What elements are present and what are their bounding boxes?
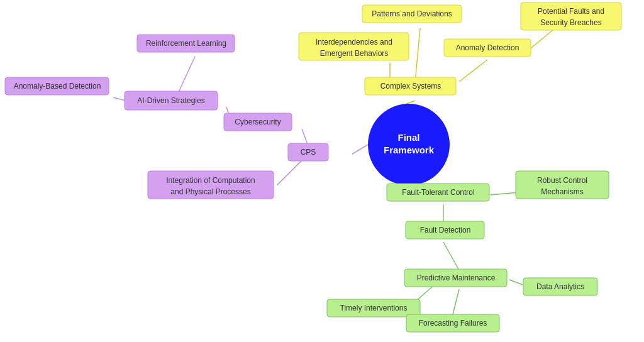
label-cps: CPS bbox=[301, 148, 316, 157]
label-robustcontrol1: Robust Control bbox=[537, 176, 587, 185]
label-cybersecurity: Cybersecurity bbox=[235, 118, 280, 126]
connection-complexsystems-patterns bbox=[415, 28, 420, 82]
label-potentialfaults1: Potential Faults and bbox=[538, 7, 604, 16]
label-faultdetection: Fault Detection bbox=[420, 226, 471, 234]
label-integration1: Integration of Computation bbox=[166, 176, 255, 185]
label-patterns: Patterns and Deviations bbox=[372, 9, 452, 18]
connection-center-cps bbox=[352, 145, 368, 154]
label-dataanalytics: Data Analytics bbox=[536, 282, 584, 291]
label-interdep2: Emergent Behaviors bbox=[320, 49, 389, 58]
label-reinforcement: Reinforcement Learning bbox=[146, 39, 226, 48]
label-aidriven: AI-Driven Strategies bbox=[137, 96, 204, 105]
label-robustcontrol2: Mechanisms bbox=[541, 187, 583, 196]
label-integration2: and Physical Processes bbox=[170, 187, 250, 196]
label-potentialfaults2: Security Breaches bbox=[540, 18, 601, 27]
mindmap-diagram: Final Framework CPS Cybersecurity AI-Dri… bbox=[0, 0, 644, 342]
label-timely: Timely Interventions bbox=[340, 304, 408, 312]
center-label: Final bbox=[397, 132, 419, 143]
label-anomalydet: Anomaly Detection bbox=[456, 43, 519, 52]
center-label2: Framework bbox=[384, 145, 435, 155]
label-interdep1: Interdependencies and bbox=[316, 38, 392, 47]
label-forecasting: Forecasting Failures bbox=[419, 319, 487, 328]
connection-complexsystems-anomalydet bbox=[459, 60, 487, 82]
label-anomalybased: Anomaly-Based Detection bbox=[14, 82, 101, 91]
connection-faultdetection-predictive bbox=[443, 242, 459, 270]
label-complexsystems: Complex Systems bbox=[380, 82, 441, 91]
connection-anomalydet-potentialfaults bbox=[528, 30, 553, 50]
label-faulttolerant: Fault-Tolerant Control bbox=[402, 188, 474, 197]
label-predictive: Predictive Maintenance bbox=[417, 273, 496, 282]
connection-predictive-forecasting bbox=[453, 289, 459, 314]
